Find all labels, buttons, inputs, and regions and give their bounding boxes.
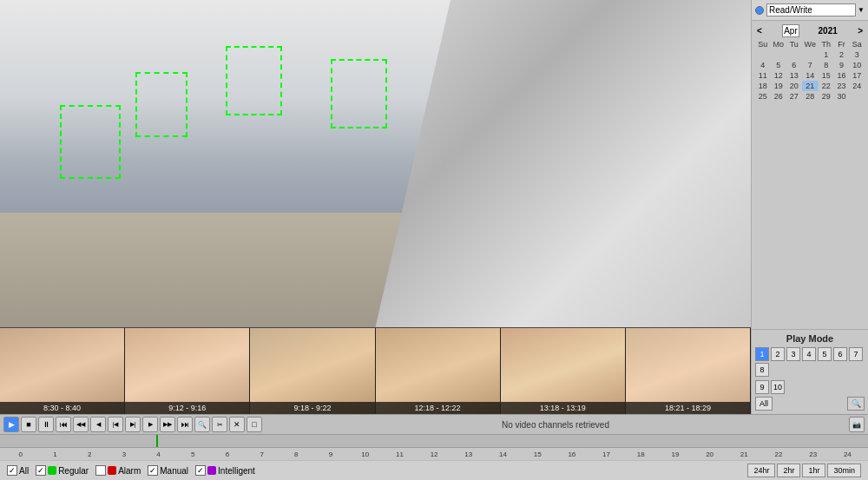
face-detection-box-1 (60, 105, 121, 179)
time-btn-1hr[interactable]: 1hr (802, 464, 825, 477)
rw-select[interactable]: Read/Write (766, 3, 856, 16)
play-mode-btn-8[interactable]: 8 (755, 363, 769, 377)
legend-alarm-check[interactable] (95, 465, 106, 476)
time-range-buttons: 24hr 2hr 1hr 30min (747, 464, 861, 477)
play-mode-btn-all[interactable]: All (755, 397, 773, 411)
legend-manual-check[interactable]: ✓ (148, 465, 158, 476)
cal-day-1[interactable]: 1 (819, 49, 834, 60)
cal-day-18[interactable]: 18 (755, 81, 771, 91)
cal-day-7[interactable]: 7 (802, 60, 819, 70)
prev-frame-button[interactable]: |◀ (108, 417, 123, 432)
tl-11: 11 (383, 450, 418, 458)
cal-day-4[interactable]: 4 (755, 60, 771, 70)
slow-fwd-button[interactable]: ▶ (142, 417, 158, 432)
cal-day-empty-3 (786, 49, 802, 60)
cal-day-11[interactable]: 11 (755, 70, 771, 81)
play-mode-btn-5[interactable]: 5 (818, 347, 832, 361)
timeline-track[interactable] (0, 435, 868, 448)
timeline-marker (156, 435, 158, 447)
cal-day-26[interactable]: 26 (771, 91, 786, 102)
legend-all-check[interactable]: ✓ (7, 465, 17, 476)
cal-day-19[interactable]: 19 (771, 81, 786, 91)
rw-radio[interactable] (755, 6, 764, 15)
play-mode-btn-3[interactable]: 3 (786, 347, 800, 361)
cal-day-25[interactable]: 25 (755, 91, 771, 102)
play-mode-btn-7[interactable]: 7 (849, 347, 863, 361)
cal-day-5[interactable]: 5 (771, 60, 786, 70)
camera-toggle-button[interactable]: 📷 (849, 417, 865, 432)
cal-day-16[interactable]: 16 (834, 70, 850, 81)
cal-day-28[interactable]: 28 (802, 91, 819, 102)
clip-button[interactable]: ✂ (212, 417, 227, 432)
cal-day-empty-5 (849, 91, 865, 102)
time-btn-24hr[interactable]: 24hr (747, 464, 775, 477)
fullscreen-button[interactable]: □ (247, 417, 262, 432)
pause-button[interactable]: ⏸ (38, 417, 54, 432)
tl-17: 17 (589, 450, 624, 458)
thumbnail-3[interactable]: 9:18 - 9:22 (250, 328, 375, 414)
main-area: 8:30 - 8:40 9:12 - 9:16 9:18 - 9:22 12:1… (0, 0, 868, 414)
status-text: No video channels retrieved (264, 420, 847, 430)
cal-day-13[interactable]: 13 (786, 70, 802, 81)
play-mode-btn-4[interactable]: 4 (802, 347, 816, 361)
play-mode-btn-2[interactable]: 2 (771, 347, 785, 361)
video-area: 8:30 - 8:40 9:12 - 9:16 9:18 - 9:22 12:1… (0, 0, 751, 414)
thumb-time-6: 18:21 - 18:29 (626, 402, 750, 414)
cal-day-22[interactable]: 22 (819, 81, 834, 91)
prev-section-button[interactable]: ⏮ (56, 417, 71, 432)
cal-next-btn[interactable]: > (856, 26, 865, 36)
cal-day-27[interactable]: 27 (786, 91, 802, 102)
tl-21: 21 (727, 450, 761, 458)
cal-day-2[interactable]: 2 (834, 49, 850, 60)
tl-10: 10 (348, 450, 383, 458)
cal-day-10[interactable]: 10 (849, 60, 865, 70)
search-button[interactable]: 🔍 (847, 397, 865, 411)
cal-day-23[interactable]: 23 (834, 81, 850, 91)
cal-day-24[interactable]: 24 (849, 81, 865, 91)
tl-9: 9 (313, 450, 348, 458)
main-video (0, 0, 751, 327)
time-btn-30min[interactable]: 30min (827, 464, 861, 477)
thumbnail-strip: 8:30 - 8:40 9:12 - 9:16 9:18 - 9:22 12:1… (0, 327, 751, 414)
cal-day-29[interactable]: 29 (819, 91, 834, 102)
cal-day-3[interactable]: 3 (849, 49, 865, 60)
cal-day-17[interactable]: 17 (849, 70, 865, 81)
cal-day-9[interactable]: 9 (834, 60, 850, 70)
cal-day-12[interactable]: 12 (771, 70, 786, 81)
cal-day-8[interactable]: 8 (819, 60, 834, 70)
play-mode-btn-1[interactable]: 1 (755, 347, 769, 361)
close-button[interactable]: ✕ (229, 417, 245, 432)
stop-button[interactable]: ■ (21, 417, 36, 432)
play-mode-btn-10[interactable]: 10 (771, 380, 785, 394)
legend-manual-label: Manual (160, 466, 188, 476)
fast-rewind-button[interactable]: ◀◀ (73, 417, 89, 432)
next-section-button[interactable]: ⏭ (177, 417, 193, 432)
cal-week-3: 11 12 13 14 15 16 17 (755, 70, 865, 81)
thumb-time-5: 13:18 - 13:19 (501, 402, 625, 414)
thumbnail-5[interactable]: 13:18 - 13:19 (501, 328, 626, 414)
fast-fwd-button[interactable]: ▶▶ (160, 417, 175, 432)
cal-day-15[interactable]: 15 (819, 70, 834, 81)
cal-day-30[interactable]: 30 (834, 91, 850, 102)
cal-day-20[interactable]: 20 (786, 81, 802, 91)
thumbnail-1[interactable]: 8:30 - 8:40 (0, 328, 125, 414)
thumbnail-2[interactable]: 9:12 - 9:16 (125, 328, 250, 414)
smart-search-button[interactable]: 🔍 (194, 417, 210, 432)
play-button[interactable]: ▶ (3, 417, 19, 432)
cal-day-empty-1 (755, 49, 771, 60)
cal-prev-btn[interactable]: < (755, 26, 764, 36)
cal-month-select[interactable]: Apr (782, 24, 799, 37)
thumbnail-6[interactable]: 18:21 - 18:29 (626, 328, 751, 414)
cal-day-6[interactable]: 6 (786, 60, 802, 70)
next-frame-button[interactable]: ▶| (125, 417, 141, 432)
slow-rewind-button[interactable]: ◀ (90, 417, 106, 432)
cal-day-21[interactable]: 21 (802, 81, 819, 91)
thumbnail-4[interactable]: 12:18 - 12:22 (376, 328, 501, 414)
play-mode-btn-6[interactable]: 6 (833, 347, 847, 361)
legend-regular-check[interactable]: ✓ (36, 465, 46, 476)
timeline-labels: 0 1 2 3 4 5 6 7 8 9 10 11 12 13 14 15 16… (0, 448, 868, 460)
play-mode-btn-9[interactable]: 9 (755, 380, 769, 394)
time-btn-2hr[interactable]: 2hr (777, 464, 800, 477)
cal-day-14[interactable]: 14 (802, 70, 819, 81)
legend-intelligent-check[interactable]: ✓ (195, 465, 206, 476)
